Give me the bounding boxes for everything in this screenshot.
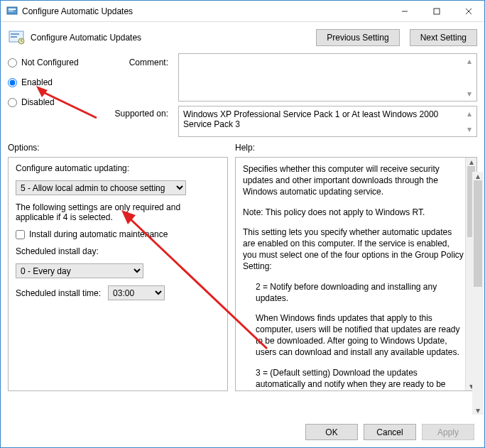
config-area: Not Configured Enabled Disabled Comment:… xyxy=(1,53,484,137)
chevron-up-icon: ▴ xyxy=(464,55,475,67)
help-p1: Specifies whether this computer will rec… xyxy=(243,163,464,198)
next-setting-button[interactable]: Next Setting xyxy=(410,29,477,46)
scheduled-time-select[interactable]: 03:00 xyxy=(108,285,165,300)
chevron-down-icon: ▾ xyxy=(464,124,475,135)
scrollbar-thumb[interactable] xyxy=(474,180,482,287)
chevron-down-icon: ▾ xyxy=(472,406,484,415)
help-label: Help: xyxy=(235,143,477,153)
supported-on-box: Windows XP Professional Service Pack 1 o… xyxy=(178,106,477,137)
options-panel: Configure automatic updating: 5 - Allow … xyxy=(8,157,228,391)
supported-label: Supported on: xyxy=(107,109,171,119)
ok-button[interactable]: OK xyxy=(305,424,358,440)
radio-not-configured-label: Not Configured xyxy=(21,58,79,67)
configure-updating-select[interactable]: 5 - Allow local admin to choose setting xyxy=(16,180,186,195)
app-icon xyxy=(6,6,18,17)
help-p4: 2 = Notify before downloading and instal… xyxy=(243,281,464,304)
dialog-scrollbar[interactable]: ▴ ▾ xyxy=(472,172,484,415)
options-note: The following settings are only required… xyxy=(16,202,220,222)
help-p2: Note: This policy does not apply to Wind… xyxy=(243,207,464,218)
radio-disabled-label: Disabled xyxy=(21,97,55,107)
install-maintenance-checkbox[interactable]: Install during automatic maintenance xyxy=(16,229,220,239)
chevron-up-icon: ▴ xyxy=(472,172,484,180)
close-button[interactable] xyxy=(452,1,484,22)
install-maintenance-label: Install during automatic maintenance xyxy=(29,229,168,239)
radio-enabled[interactable]: Enabled xyxy=(8,77,100,87)
scheduled-time-label: Scheduled install time: xyxy=(16,288,101,298)
chevron-up-icon: ▴ xyxy=(464,108,475,119)
svg-rect-8 xyxy=(11,33,19,35)
help-p3: This setting lets you specify whether au… xyxy=(243,226,464,273)
svg-rect-2 xyxy=(9,11,13,11)
svg-rect-4 xyxy=(434,9,440,14)
help-text: Specifies whether this computer will rec… xyxy=(243,163,464,391)
svg-rect-9 xyxy=(11,36,17,38)
chevron-up-icon: ▴ xyxy=(466,158,476,166)
help-p5: When Windows finds updates that apply to… xyxy=(243,312,464,359)
supported-text: Windows XP Professional Service Pack 1 o… xyxy=(183,109,462,129)
minimize-button[interactable] xyxy=(388,1,420,22)
apply-button: Apply xyxy=(422,424,474,440)
svg-rect-1 xyxy=(9,9,16,10)
panels: Configure automatic updating: 5 - Allow … xyxy=(1,157,484,391)
options-label: Options: xyxy=(8,143,235,153)
previous-setting-button[interactable]: Previous Setting xyxy=(316,29,399,46)
radio-enabled-label: Enabled xyxy=(21,77,53,87)
field-labels: Comment: Supported on: xyxy=(107,53,171,137)
policy-icon xyxy=(8,29,25,46)
scheduled-day-select[interactable]: 0 - Every day xyxy=(16,263,143,278)
radio-enabled-input[interactable] xyxy=(8,78,17,87)
chevron-down-icon: ▾ xyxy=(464,88,475,99)
scheduled-day-label: Scheduled install day: xyxy=(16,246,220,256)
radio-disabled[interactable]: Disabled xyxy=(8,97,100,107)
radio-not-configured[interactable]: Not Configured xyxy=(8,58,100,67)
window-title: Configure Automatic Updates xyxy=(22,6,388,16)
comment-label: Comment: xyxy=(107,58,171,67)
page-title: Configure Automatic Updates xyxy=(31,33,306,43)
radio-not-configured-input[interactable] xyxy=(8,58,17,67)
comment-textarea[interactable]: ▴ ▾ xyxy=(178,53,477,102)
help-panel: Specifies whether this computer will rec… xyxy=(235,157,477,391)
maximize-button[interactable] xyxy=(420,1,452,22)
section-labels: Options: Help: xyxy=(1,137,484,157)
dialog-buttons: OK Cancel Apply xyxy=(305,424,474,440)
titlebar: Configure Automatic Updates xyxy=(1,1,484,22)
configure-updating-label: Configure automatic updating: xyxy=(16,163,220,173)
cancel-button[interactable]: Cancel xyxy=(364,424,416,440)
state-radios: Not Configured Enabled Disabled xyxy=(8,53,100,137)
field-col: ▴ ▾ Windows XP Professional Service Pack… xyxy=(178,53,477,137)
install-maintenance-input[interactable] xyxy=(16,230,25,239)
radio-disabled-input[interactable] xyxy=(8,98,17,107)
help-p6: 3 = (Default setting) Download the updat… xyxy=(243,367,464,391)
header: Configure Automatic Updates Previous Set… xyxy=(1,22,484,53)
